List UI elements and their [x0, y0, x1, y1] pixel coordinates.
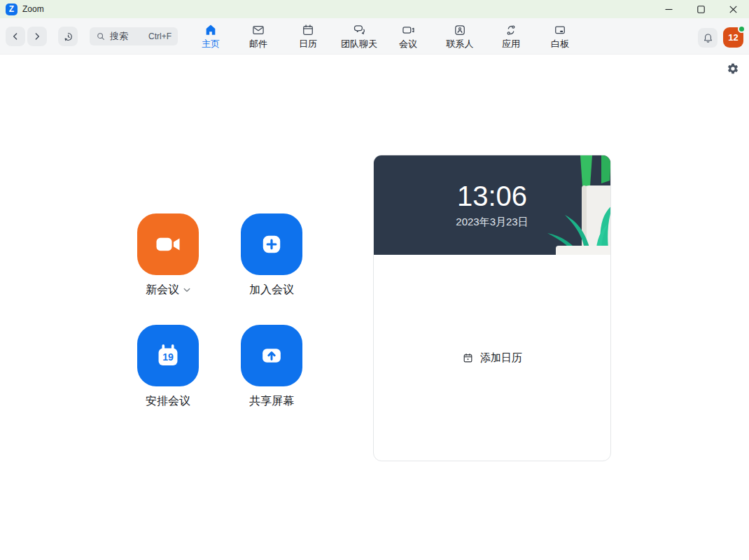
- search-icon: [96, 31, 106, 41]
- window-title: Zoom: [22, 4, 44, 14]
- video-camera-icon: [401, 23, 415, 37]
- tab-home[interactable]: 主页: [184, 23, 237, 50]
- maximize-button[interactable]: [685, 0, 717, 18]
- close-icon: [729, 6, 737, 13]
- new-meeting-action: 新会议: [137, 214, 199, 298]
- minimize-button[interactable]: [652, 0, 685, 18]
- zoom-logo-icon: Z: [6, 4, 18, 15]
- presence-dot: [738, 25, 746, 33]
- svg-text:19: 19: [162, 351, 174, 363]
- calendar-icon: [301, 23, 315, 37]
- titlebar: Z Zoom: [0, 0, 749, 18]
- search-placeholder: 搜索: [110, 30, 128, 43]
- apps-icon: [504, 23, 518, 37]
- schedule-meeting-action: 19 安排会议: [137, 325, 199, 409]
- chevron-right-icon: [31, 31, 43, 42]
- schedule-meeting-label: 安排会议: [146, 394, 190, 409]
- plant-illustration: [374, 155, 610, 255]
- history-icon: [62, 31, 74, 43]
- new-meeting-label: 新会议: [146, 283, 179, 298]
- home-content: 新会议 加入会议 19 安排会议: [0, 55, 749, 560]
- add-calendar-icon: [462, 352, 474, 364]
- plus-icon: [256, 229, 287, 260]
- window-controls: [652, 0, 749, 18]
- minimize-icon: [665, 6, 673, 13]
- gear-icon: [727, 62, 739, 75]
- tab-whiteboard[interactable]: 白板: [533, 23, 587, 50]
- add-calendar-button[interactable]: 添加日历: [462, 351, 522, 365]
- tab-contacts[interactable]: 联系人: [433, 23, 486, 50]
- widget-body: 添加日历: [374, 255, 610, 461]
- search-shortcut: Ctrl+F: [148, 31, 172, 41]
- clock-header: 13:06 2023年3月23日: [374, 155, 610, 255]
- whiteboard-icon: [553, 23, 567, 37]
- tab-meetings[interactable]: 会议: [382, 23, 435, 50]
- tab-apps[interactable]: 应用: [484, 23, 538, 50]
- back-button[interactable]: [6, 27, 25, 46]
- home-icon: [204, 23, 218, 37]
- arrow-up-icon: [256, 340, 287, 371]
- tab-mail[interactable]: 邮件: [232, 23, 285, 50]
- avatar[interactable]: 12: [723, 27, 743, 48]
- chat-icon: [352, 23, 366, 37]
- calendar-19-icon: 19: [153, 340, 183, 371]
- maximize-icon: [697, 6, 705, 13]
- tab-calendar[interactable]: 日历: [281, 23, 335, 50]
- contacts-icon: [453, 23, 467, 37]
- chevron-left-icon: [10, 31, 21, 42]
- bell-icon: [702, 32, 714, 44]
- share-screen-action: 共享屏幕: [241, 325, 302, 409]
- video-camera-icon: [153, 229, 183, 260]
- toolbar: 搜索 Ctrl+F 主页 邮件 日历 团队聊天: [0, 18, 749, 55]
- forward-button[interactable]: [27, 27, 47, 46]
- calendar-widget: 13:06 2023年3月23日 添加日历: [373, 155, 611, 461]
- avatar-label: 12: [728, 32, 738, 43]
- close-button[interactable]: [717, 0, 749, 18]
- share-screen-label: 共享屏幕: [249, 394, 294, 409]
- add-calendar-label: 添加日历: [480, 351, 522, 365]
- join-meeting-label: 加入会议: [249, 283, 294, 298]
- join-meeting-button[interactable]: [241, 214, 302, 275]
- tab-team-chat[interactable]: 团队聊天: [332, 23, 386, 50]
- new-meeting-button[interactable]: [137, 214, 199, 275]
- history-button[interactable]: [58, 27, 78, 46]
- mail-icon: [251, 23, 265, 37]
- settings-button[interactable]: [727, 62, 741, 76]
- join-meeting-action: 加入会议: [241, 214, 302, 298]
- schedule-meeting-button[interactable]: 19: [137, 325, 199, 386]
- search-input[interactable]: 搜索 Ctrl+F: [90, 27, 178, 46]
- share-screen-button[interactable]: [241, 325, 302, 386]
- notifications-button[interactable]: [698, 28, 718, 48]
- chevron-down-icon[interactable]: [183, 288, 190, 293]
